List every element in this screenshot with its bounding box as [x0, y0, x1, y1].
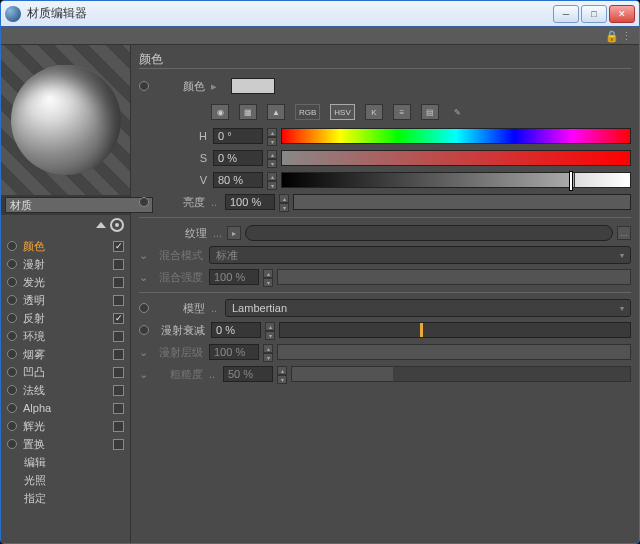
- color-swatch[interactable]: [231, 78, 275, 94]
- menu-icon[interactable]: ⋮: [621, 30, 633, 42]
- row-color: 颜色 ▸: [139, 75, 631, 97]
- brightness-spinner[interactable]: ▴▾: [279, 194, 289, 210]
- blend-mode-dropdown[interactable]: 标准▾: [209, 246, 631, 264]
- channel-extra-row-0[interactable]: 编辑: [1, 453, 130, 471]
- channel-checkbox[interactable]: ✓: [113, 241, 124, 252]
- maximize-button[interactable]: □: [581, 5, 607, 23]
- channel-checkbox[interactable]: [113, 385, 124, 396]
- channel-extra-row-2[interactable]: 指定: [1, 489, 130, 507]
- material-preview[interactable]: [1, 45, 130, 195]
- radio-icon[interactable]: [7, 349, 17, 359]
- chevron-right-icon[interactable]: ▸: [211, 80, 221, 93]
- wheel-icon[interactable]: ◉: [211, 104, 229, 120]
- channel-row-9[interactable]: Alpha: [1, 399, 130, 417]
- diffuse-falloff-label: 漫射衰减: [155, 323, 207, 338]
- channel-label: 漫射: [23, 257, 107, 272]
- titlebar[interactable]: 材质编辑器 ─ □ ✕: [1, 1, 639, 27]
- radio-icon[interactable]: [7, 313, 17, 323]
- channel-extra-row-1[interactable]: 光照: [1, 471, 130, 489]
- s-spinner[interactable]: ▴▾: [267, 150, 277, 166]
- channel-row-8[interactable]: 法线: [1, 381, 130, 399]
- diffuse-falloff-field[interactable]: 0 %: [211, 322, 261, 338]
- radio-icon[interactable]: [139, 325, 149, 335]
- radio-icon[interactable]: [7, 367, 17, 377]
- channel-row-2[interactable]: 发光: [1, 273, 130, 291]
- radio-icon[interactable]: [7, 259, 17, 269]
- diffuse-falloff-slider[interactable]: [279, 322, 631, 338]
- hue-slider[interactable]: [281, 128, 631, 144]
- picker-icon[interactable]: ✎: [449, 104, 467, 120]
- channel-checkbox[interactable]: [113, 349, 124, 360]
- spectrum-icon[interactable]: ▦: [239, 104, 257, 120]
- radio-icon[interactable]: [7, 421, 17, 431]
- channel-label: 反射: [23, 311, 107, 326]
- spinner: ▴▾: [277, 366, 287, 382]
- row-blend-mode: ⌄ 混合模式 标准▾: [139, 244, 631, 266]
- channel-label: Alpha: [23, 402, 107, 414]
- radio-icon[interactable]: [139, 197, 149, 207]
- channel-row-5[interactable]: 环境: [1, 327, 130, 345]
- kelvin-icon[interactable]: K: [365, 104, 383, 120]
- spinner: ▴▾: [263, 344, 273, 360]
- lock-icon[interactable]: 🔒: [605, 30, 617, 42]
- channel-checkbox[interactable]: [113, 367, 124, 378]
- channel-row-1[interactable]: 漫射: [1, 255, 130, 273]
- image-icon[interactable]: ▲: [267, 104, 285, 120]
- h-field[interactable]: 0 °: [213, 128, 263, 144]
- texture-field[interactable]: [245, 225, 613, 241]
- brightness-slider[interactable]: [293, 194, 631, 210]
- v-spinner[interactable]: ▴▾: [267, 172, 277, 188]
- channel-checkbox[interactable]: [113, 403, 124, 414]
- radio-icon[interactable]: [7, 277, 17, 287]
- channel-checkbox[interactable]: [113, 331, 124, 342]
- channel-checkbox[interactable]: ✓: [113, 313, 124, 324]
- channel-checkbox[interactable]: [113, 259, 124, 270]
- radio-icon[interactable]: [7, 385, 17, 395]
- channel-row-0[interactable]: 颜色✓: [1, 237, 130, 255]
- texture-arrow-button[interactable]: ▸: [227, 226, 241, 240]
- radio-icon[interactable]: [7, 295, 17, 305]
- h-spinner[interactable]: ▴▾: [267, 128, 277, 144]
- texture-browse-button[interactable]: …: [617, 226, 631, 240]
- channel-row-4[interactable]: 反射✓: [1, 309, 130, 327]
- radio-icon[interactable]: [7, 403, 17, 413]
- radio-icon[interactable]: [139, 81, 149, 91]
- material-name-row: [1, 195, 130, 215]
- blend-strength-field: 100 %: [209, 269, 259, 285]
- spinner[interactable]: ▴▾: [265, 322, 275, 338]
- model-dropdown[interactable]: Lambertian▾: [225, 299, 631, 317]
- color-mode-icons: ◉ ▦ ▲ RGB HSV K ≡ ▤ ✎: [139, 99, 631, 125]
- channel-label: 凹凸: [23, 365, 107, 380]
- close-button[interactable]: ✕: [609, 5, 635, 23]
- main-panel: 颜色 颜色 ▸ ◉ ▦ ▲ RGB HSV K ≡ ▤ ✎ H: [131, 45, 639, 543]
- channel-checkbox[interactable]: [113, 439, 124, 450]
- row-texture: 纹理 ... ▸ …: [139, 222, 631, 244]
- swatches-icon[interactable]: ▤: [421, 104, 439, 120]
- channel-checkbox[interactable]: [113, 295, 124, 306]
- channel-row-11[interactable]: 置换: [1, 435, 130, 453]
- target-icon[interactable]: [110, 218, 124, 232]
- radio-icon[interactable]: [139, 303, 149, 313]
- hsv-mode-button[interactable]: HSV: [330, 104, 354, 120]
- channel-row-7[interactable]: 凹凸: [1, 363, 130, 381]
- sat-slider[interactable]: [281, 150, 631, 166]
- s-field[interactable]: 0 %: [213, 150, 263, 166]
- radio-icon[interactable]: [7, 331, 17, 341]
- radio-icon[interactable]: [7, 439, 17, 449]
- val-slider[interactable]: [281, 172, 631, 188]
- arrow-up-icon[interactable]: [96, 222, 106, 228]
- channel-checkbox[interactable]: [113, 421, 124, 432]
- radio-icon[interactable]: [7, 241, 17, 251]
- brightness-field[interactable]: 100 %: [225, 194, 275, 210]
- row-diffuse-level: ⌄ 漫射层级 100 % ▴▾: [139, 341, 631, 363]
- rgb-mode-button[interactable]: RGB: [295, 104, 320, 120]
- minimize-button[interactable]: ─: [553, 5, 579, 23]
- channel-row-10[interactable]: 辉光: [1, 417, 130, 435]
- spinner: ▴▾: [263, 269, 273, 285]
- mixer-icon[interactable]: ≡: [393, 104, 411, 120]
- channel-row-3[interactable]: 透明: [1, 291, 130, 309]
- channel-row-6[interactable]: 烟雾: [1, 345, 130, 363]
- channel-checkbox[interactable]: [113, 277, 124, 288]
- v-field[interactable]: 80 %: [213, 172, 263, 188]
- channel-label: 置换: [23, 437, 107, 452]
